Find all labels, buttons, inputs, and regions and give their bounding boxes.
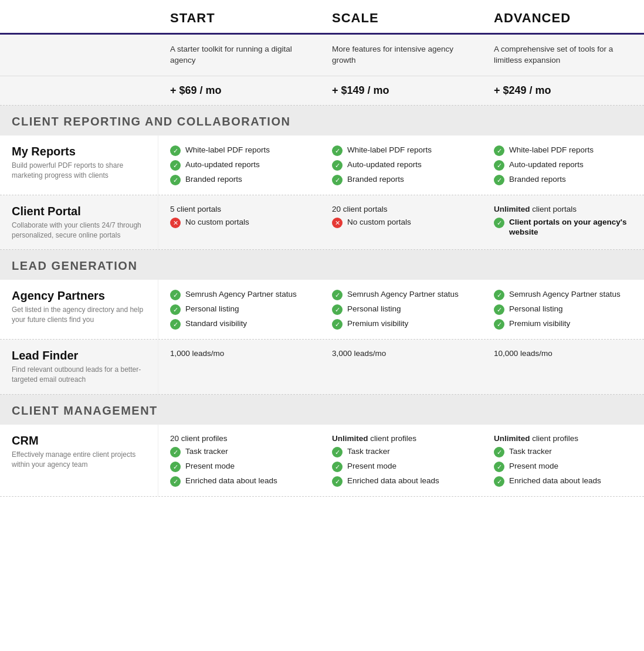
list-item: ✓ Personal listing <box>170 304 309 315</box>
feature-label-client-portal: Client Portal Collaborate with your clie… <box>0 195 158 250</box>
plain-value: 5 client portals <box>170 205 309 213</box>
item-text: Client portals on your agency's website <box>509 217 632 238</box>
bold-text: Unlimited <box>494 434 530 443</box>
price-row: + $69 / mo + $149 / mo + $249 / mo <box>0 76 644 106</box>
plan-header-advanced: ADVANCED <box>482 0 644 33</box>
plan-name-scale: SCALE <box>332 11 470 26</box>
list-item: ✓ Auto-updated reports <box>494 160 632 171</box>
check-icon: ✓ <box>332 476 343 487</box>
item-text: Auto-updated reports <box>509 160 584 170</box>
plain-value: Unlimited client profiles <box>332 434 470 443</box>
item-text: Premium visibility <box>509 318 570 329</box>
feature-name-agency-partners: Agency Partners <box>12 289 146 303</box>
item-text: Task tracker <box>185 446 228 457</box>
rest-text: client profiles <box>530 434 579 443</box>
check-icon: ✓ <box>332 160 343 171</box>
check-icon: ✓ <box>494 447 504 457</box>
feature-desc-my-reports: Build powerful PDF reports to share mark… <box>12 161 146 181</box>
list-item: ✓ Present mode <box>494 461 632 472</box>
my-reports-start: ✓ White-label PDF reports ✓ Auto-updated… <box>158 135 320 195</box>
list-item: ✓ White-label PDF reports <box>332 145 470 156</box>
check-icon: ✓ <box>170 319 181 330</box>
feature-row-crm: CRM Effectively manage entire client pro… <box>0 425 644 497</box>
feature-desc-lead-finder: Find relevant outbound leads for a bette… <box>12 365 146 385</box>
item-text: Semrush Agency Partner status <box>509 289 621 300</box>
plain-value: 10,000 leads/mo <box>494 349 632 358</box>
plan-header-scale: SCALE <box>320 0 482 33</box>
item-text: Premium visibility <box>347 318 408 329</box>
section-title-client-reporting: CLIENT REPORTING AND COLLABORATION <box>0 106 644 135</box>
check-icon: ✓ <box>170 447 181 457</box>
list-item: ✓ Semrush Agency Partner status <box>170 289 309 300</box>
list-item: ✓ Standard visibility <box>170 318 309 330</box>
rest-text: client profiles <box>368 434 417 443</box>
list-item: ✓ Task tracker <box>170 446 309 457</box>
cross-icon: ✕ <box>170 218 181 228</box>
check-icon: ✓ <box>332 447 343 457</box>
item-text: Branded reports <box>347 174 404 185</box>
check-icon: ✓ <box>332 304 343 315</box>
desc-empty <box>0 35 158 76</box>
list-item: ✓ Semrush Agency Partner status <box>494 289 632 300</box>
section-title-lead-generation: LEAD GENERATION <box>0 250 644 280</box>
item-text: Present mode <box>509 461 558 472</box>
crm-scale: Unlimited client profiles ✓ Task tracker… <box>320 425 482 496</box>
list-item: ✓ Personal listing <box>332 304 470 315</box>
price-empty <box>0 76 158 105</box>
plan-name-advanced: ADVANCED <box>494 11 632 26</box>
check-icon: ✓ <box>332 175 343 185</box>
check-icon: ✓ <box>332 462 343 472</box>
price-advanced: + $249 / mo <box>482 76 644 105</box>
client-portal-scale: 20 client portals ✕ No custom portals <box>320 195 482 250</box>
feature-name-client-portal: Client Portal <box>12 205 146 218</box>
list-item: ✓ Enriched data about leads <box>494 476 632 487</box>
item-text: Branded reports <box>509 174 566 185</box>
feature-name-crm: CRM <box>12 434 146 447</box>
list-item: ✓ Enriched data about leads <box>170 476 309 487</box>
lead-finder-advanced: 10,000 leads/mo <box>482 340 644 394</box>
plain-value: Unlimited client portals <box>494 205 632 213</box>
item-text: Auto-updated reports <box>185 160 260 170</box>
section-lead-generation: LEAD GENERATION <box>0 250 644 280</box>
list-item: ✓ Personal listing <box>494 304 632 315</box>
check-icon: ✓ <box>494 145 504 156</box>
item-text: Branded reports <box>185 174 242 185</box>
item-text: Personal listing <box>185 304 239 314</box>
check-icon: ✓ <box>494 290 504 300</box>
check-icon: ✓ <box>170 290 181 300</box>
list-item: ✓ Enriched data about leads <box>332 476 470 487</box>
item-text: White-label PDF reports <box>347 145 432 155</box>
price-start: + $69 / mo <box>158 76 320 105</box>
check-icon: ✓ <box>494 319 504 330</box>
plain-value: Unlimited client profiles <box>494 434 632 443</box>
item-text: Personal listing <box>509 304 563 314</box>
description-row: A starter toolkit for running a digital … <box>0 35 644 76</box>
my-reports-advanced: ✓ White-label PDF reports ✓ Auto-updated… <box>482 135 644 195</box>
item-text: Present mode <box>347 461 396 472</box>
item-text: Enriched data about leads <box>347 476 439 486</box>
check-icon: ✓ <box>332 319 343 330</box>
item-text: Semrush Agency Partner status <box>347 289 459 300</box>
header-empty <box>0 0 158 33</box>
check-icon: ✓ <box>170 476 181 487</box>
client-portal-advanced: Unlimited client portals ✓ Client portal… <box>482 195 644 250</box>
item-text: Present mode <box>185 461 235 472</box>
section-client-management: CLIENT MANAGEMENT <box>0 395 644 425</box>
plain-value: 20 client portals <box>332 205 470 213</box>
check-icon: ✓ <box>494 175 504 185</box>
desc-advanced: A comprehensive set of tools for a limit… <box>482 35 644 76</box>
item-text: Task tracker <box>509 446 552 457</box>
list-item: ✓ White-label PDF reports <box>170 145 309 156</box>
list-item: ✓ Premium visibility <box>332 318 470 330</box>
feature-row-my-reports: My Reports Build powerful PDF reports to… <box>0 135 644 195</box>
check-icon: ✓ <box>494 304 504 315</box>
list-item: ✓ Client portals on your agency's websit… <box>494 217 632 238</box>
lead-finder-scale: 3,000 leads/mo <box>320 340 482 394</box>
check-icon: ✓ <box>332 145 343 156</box>
list-item: ✓ Task tracker <box>494 446 632 457</box>
desc-start: A starter toolkit for running a digital … <box>158 35 320 76</box>
plan-name-start: START <box>170 11 309 26</box>
list-item: ✓ Task tracker <box>332 446 470 457</box>
header-row: START SCALE ADVANCED <box>0 0 644 35</box>
check-icon: ✓ <box>494 462 504 472</box>
